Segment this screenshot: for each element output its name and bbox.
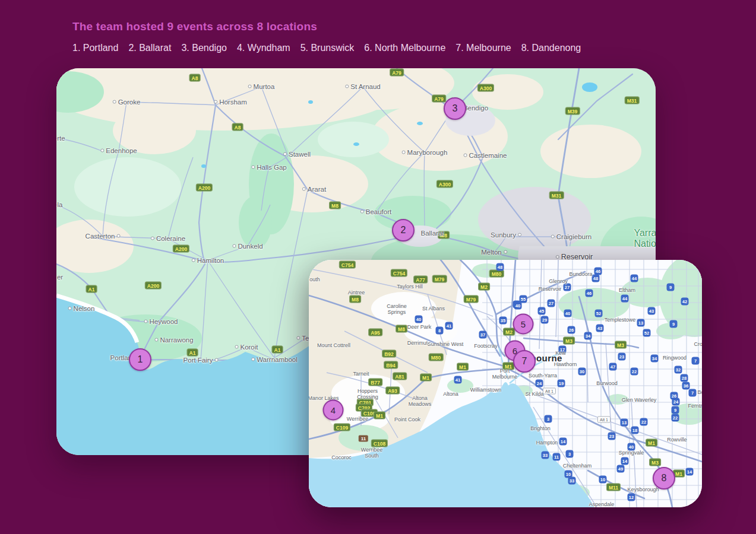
legend-item: 7. Melbourne	[456, 43, 511, 53]
event-marker-1[interactable]: 1	[129, 348, 151, 371]
legend-item: 4. Wyndham	[237, 43, 290, 53]
event-marker-3[interactable]: 3	[444, 97, 466, 120]
legend-item: 1. Portland	[72, 43, 118, 53]
page: The team hosted 9 events across 8 locati…	[0, 0, 756, 534]
event-marker-5[interactable]: 5	[513, 314, 534, 335]
metro-map-graphic	[309, 260, 702, 507]
page-title: The team hosted 9 events across 8 locati…	[72, 20, 317, 33]
legend: 1. Portland2. Ballarat3. Bendigo4. Wyndh…	[72, 43, 581, 53]
event-marker-7[interactable]: 7	[513, 350, 536, 373]
event-marker-4[interactable]: 4	[323, 400, 344, 421]
legend-item: 8. Dandenong	[521, 43, 581, 53]
legend-item: 2. Ballarat	[128, 43, 171, 53]
event-marker-2[interactable]: 2	[392, 219, 415, 241]
legend-item: 5. Brunswick	[300, 43, 355, 53]
metro-map-card[interactable]: outhAintreeTaylors HillCaroline SpringsS…	[309, 260, 702, 507]
legend-item: 3. Bendigo	[181, 43, 227, 53]
legend-item: 6. North Melbourne	[364, 43, 445, 53]
event-marker-8[interactable]: 8	[653, 467, 675, 490]
